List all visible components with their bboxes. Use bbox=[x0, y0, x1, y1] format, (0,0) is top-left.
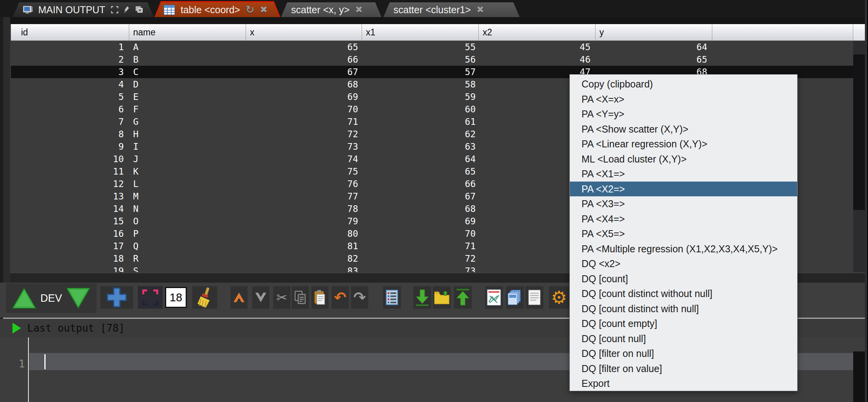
table-cell-x[interactable]: 69 bbox=[246, 91, 362, 103]
tab-main-output[interactable]: MAIN OUTPUT bbox=[13, 2, 154, 17]
context-menu-item[interactable]: PA <X1=> bbox=[570, 166, 797, 182]
editor-scrollbar[interactable] bbox=[853, 351, 865, 402]
table-cell-x2[interactable]: 46 bbox=[479, 53, 596, 66]
add-button[interactable] bbox=[100, 286, 133, 309]
settings-button[interactable]: ⚙ bbox=[549, 286, 569, 309]
close-icon[interactable]: ✖ bbox=[476, 5, 484, 14]
table-cell-x1[interactable]: 69 bbox=[362, 215, 479, 227]
refresh-icon[interactable]: ↻ bbox=[246, 5, 255, 15]
copy-button[interactable] bbox=[292, 286, 309, 309]
table-cell-name[interactable]: E bbox=[129, 91, 246, 103]
table-cell-name[interactable]: S bbox=[129, 265, 246, 272]
table-cell-x[interactable]: 76 bbox=[246, 178, 362, 190]
brush-icon[interactable] bbox=[124, 5, 130, 15]
close-windows-icon[interactable] bbox=[135, 4, 144, 15]
table-cell-x1[interactable]: 56 bbox=[362, 53, 479, 66]
table-cell-id[interactable]: 2 bbox=[11, 53, 129, 66]
table-cell-x[interactable]: 82 bbox=[246, 252, 362, 265]
table-cell-name[interactable]: L bbox=[129, 178, 246, 190]
table-cell-name[interactable]: C bbox=[129, 66, 246, 78]
column-header-x[interactable]: x bbox=[246, 24, 362, 41]
table-cell-x[interactable]: 78 bbox=[246, 203, 362, 215]
table-cell-x1[interactable]: 66 bbox=[362, 178, 479, 190]
table-cell-id[interactable]: 4 bbox=[11, 78, 129, 91]
cut-button[interactable]: ✂ bbox=[273, 286, 290, 309]
undo-button[interactable]: ↶ bbox=[332, 286, 349, 309]
table-cell-id[interactable]: 15 bbox=[11, 215, 129, 227]
table-cell-name[interactable]: M bbox=[129, 190, 246, 203]
table-cell-name[interactable]: A bbox=[129, 41, 246, 53]
table-cell-x[interactable]: 73 bbox=[246, 140, 362, 153]
table-cell-name[interactable]: P bbox=[129, 227, 246, 240]
table-cell-x[interactable]: 80 bbox=[246, 227, 362, 240]
table-cell-id[interactable]: 11 bbox=[11, 165, 129, 178]
context-menu-item[interactable]: PA <Y=y> bbox=[570, 107, 797, 122]
table-cell-x1[interactable]: 61 bbox=[362, 115, 479, 128]
table-cell-id[interactable]: 16 bbox=[11, 227, 129, 240]
table-cell-id[interactable]: 18 bbox=[11, 252, 129, 265]
context-menu-item[interactable]: PA <Show scatter (X,Y)> bbox=[570, 122, 797, 137]
column-header-y[interactable]: y bbox=[596, 24, 712, 41]
table-cell-id[interactable]: 17 bbox=[11, 240, 129, 252]
table-row[interactable]: 2B66564665 bbox=[11, 53, 853, 66]
selection-frame-button[interactable] bbox=[138, 286, 163, 309]
table-cell-name[interactable]: D bbox=[129, 78, 246, 91]
table-cell-name[interactable]: B bbox=[129, 53, 246, 66]
document-button[interactable] bbox=[525, 286, 543, 309]
context-menu-item[interactable]: PA <X3=> bbox=[570, 196, 797, 211]
clean-button[interactable] bbox=[192, 286, 217, 309]
table-cell-x1[interactable]: 73 bbox=[362, 265, 479, 272]
table-cell-x1[interactable]: 57 bbox=[362, 66, 479, 78]
table-cell-x[interactable]: 74 bbox=[246, 153, 362, 165]
import-button[interactable] bbox=[413, 286, 431, 309]
context-menu-item[interactable]: ML <Load cluster (X,Y)> bbox=[570, 152, 797, 167]
column-header-x1[interactable]: x1 bbox=[362, 24, 479, 41]
tab-table-coord[interactable]: table <coord> ↻ ✖ bbox=[155, 1, 280, 17]
table-cell-id[interactable]: 9 bbox=[11, 140, 129, 153]
table-cell-id[interactable]: 12 bbox=[11, 178, 129, 190]
table-cell-x1[interactable]: 58 bbox=[362, 78, 479, 91]
column-header-x2[interactable]: x2 bbox=[479, 24, 596, 41]
redo-button[interactable]: ↷ bbox=[351, 286, 368, 309]
context-menu-item[interactable]: PA <Multiple regression (X1,X2,X3,X4,X5,… bbox=[570, 241, 797, 257]
table-cell-x[interactable]: 66 bbox=[246, 53, 362, 66]
table-cell-id[interactable]: 3 bbox=[11, 66, 129, 78]
table-row[interactable]: 1A65554564 bbox=[11, 41, 853, 53]
column-header-id[interactable]: id bbox=[11, 24, 129, 41]
paste-button[interactable] bbox=[311, 286, 329, 309]
table-cell-x[interactable]: 71 bbox=[246, 115, 362, 128]
windows-button[interactable] bbox=[506, 286, 524, 309]
context-menu-item[interactable]: PA <X2=> bbox=[570, 182, 797, 197]
table-cell-id[interactable]: 7 bbox=[11, 115, 129, 128]
export-button[interactable] bbox=[454, 286, 472, 309]
table-cell-x2[interactable]: 45 bbox=[479, 41, 596, 53]
table-cell-x1[interactable]: 59 bbox=[362, 91, 479, 103]
context-menu-item[interactable]: Export bbox=[570, 376, 797, 391]
table-cell-x[interactable]: 67 bbox=[246, 66, 362, 78]
table-cell-x[interactable]: 81 bbox=[246, 240, 362, 252]
table-cell-x1[interactable]: 70 bbox=[362, 227, 479, 240]
table-cell-x1[interactable]: 55 bbox=[362, 41, 479, 53]
move-up-button[interactable] bbox=[230, 286, 248, 309]
context-menu-item[interactable]: Copy (clipboard) bbox=[570, 77, 797, 92]
table-cell-id[interactable]: 5 bbox=[11, 91, 129, 103]
chart-button[interactable] bbox=[485, 286, 503, 309]
table-cell-x[interactable]: 79 bbox=[246, 215, 362, 227]
context-menu-item[interactable]: PA <X4=> bbox=[570, 211, 797, 227]
table-cell-name[interactable]: G bbox=[129, 115, 246, 128]
context-menu-item[interactable]: PA <X5=> bbox=[570, 226, 797, 241]
table-cell-name[interactable]: O bbox=[129, 215, 246, 227]
table-cell-x1[interactable]: 65 bbox=[362, 165, 479, 178]
table-cell-x1[interactable]: 64 bbox=[362, 153, 479, 165]
deploy-down-button[interactable] bbox=[66, 287, 91, 309]
scrollbar-thumb[interactable] bbox=[853, 54, 865, 210]
context-menu-item[interactable]: DQ <x2> bbox=[570, 256, 797, 271]
table-cell-id[interactable]: 1 bbox=[11, 41, 129, 53]
table-cell-id[interactable]: 10 bbox=[11, 153, 129, 165]
context-menu-item[interactable]: DQ [filter on null] bbox=[570, 346, 797, 361]
table-cell-x[interactable]: 77 bbox=[246, 190, 362, 203]
tab-scatter-xy[interactable]: scatter <x, y> ✖ bbox=[281, 2, 381, 17]
table-cell-y[interactable]: 65 bbox=[596, 53, 712, 66]
close-icon[interactable]: ✖ bbox=[355, 5, 363, 14]
table-cell-name[interactable]: K bbox=[129, 165, 246, 178]
